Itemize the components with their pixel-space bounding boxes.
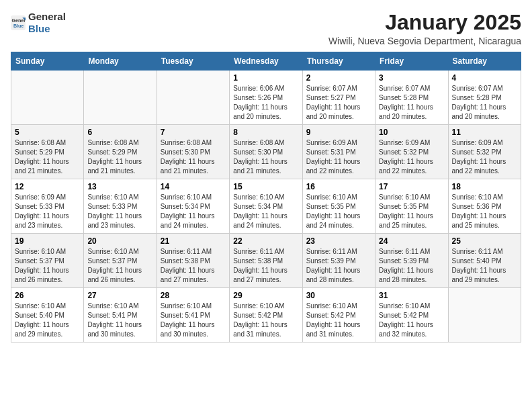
calendar-week-row: 1Sunrise: 6:06 AMSunset: 5:26 PMDaylight… — [11, 71, 521, 125]
calendar-day-cell: 8Sunrise: 6:08 AMSunset: 5:30 PMDaylight… — [230, 125, 302, 179]
weekday-header-saturday: Saturday — [448, 52, 521, 71]
day-info: Sunrise: 6:10 AMSunset: 5:34 PMDaylight:… — [161, 193, 226, 230]
day-info: Sunrise: 6:10 AMSunset: 5:37 PMDaylight:… — [15, 247, 80, 285]
day-info: Sunrise: 6:10 AMSunset: 5:36 PMDaylight:… — [452, 193, 517, 230]
day-info: Sunrise: 6:08 AMSunset: 5:29 PMDaylight:… — [15, 138, 80, 176]
day-info: Sunrise: 6:10 AMSunset: 5:37 PMDaylight:… — [87, 247, 152, 285]
day-number: 19 — [15, 236, 80, 246]
calendar-day-cell: 19Sunrise: 6:10 AMSunset: 5:37 PMDayligh… — [11, 234, 84, 288]
calendar-day-cell: 30Sunrise: 6:10 AMSunset: 5:42 PMDayligh… — [302, 288, 375, 342]
calendar-day-cell: 24Sunrise: 6:11 AMSunset: 5:39 PMDayligh… — [375, 234, 448, 288]
day-info: Sunrise: 6:10 AMSunset: 5:34 PMDaylight:… — [233, 193, 298, 230]
calendar-day-cell: 23Sunrise: 6:11 AMSunset: 5:39 PMDayligh… — [302, 234, 375, 288]
day-info: Sunrise: 6:10 AMSunset: 5:35 PMDaylight:… — [306, 193, 371, 230]
calendar-day-cell: 4Sunrise: 6:07 AMSunset: 5:28 PMDaylight… — [448, 71, 521, 125]
day-number: 8 — [233, 128, 298, 137]
calendar-day-cell: 31Sunrise: 6:10 AMSunset: 5:42 PMDayligh… — [375, 288, 448, 342]
day-number: 11 — [452, 128, 517, 137]
day-number: 31 — [379, 291, 444, 300]
weekday-header-thursday: Thursday — [302, 52, 375, 71]
day-number: 6 — [87, 128, 152, 137]
day-info: Sunrise: 6:11 AMSunset: 5:39 PMDaylight:… — [306, 247, 371, 285]
calendar-day-cell: 11Sunrise: 6:09 AMSunset: 5:32 PMDayligh… — [448, 125, 521, 179]
calendar-table: SundayMondayTuesdayWednesdayThursdayFrid… — [11, 52, 521, 342]
calendar-day-cell: 10Sunrise: 6:09 AMSunset: 5:32 PMDayligh… — [375, 125, 448, 179]
day-number: 27 — [87, 291, 152, 300]
month-title: January 2025 — [328, 11, 521, 34]
day-number: 28 — [161, 291, 226, 300]
day-info: Sunrise: 6:10 AMSunset: 5:42 PMDaylight:… — [379, 302, 444, 339]
day-number: 7 — [161, 128, 226, 137]
calendar-day-cell: 9Sunrise: 6:09 AMSunset: 5:31 PMDaylight… — [302, 125, 375, 179]
svg-text:Blue: Blue — [13, 24, 24, 28]
day-number: 3 — [379, 73, 444, 83]
location-subtitle: Wiwili, Nueva Segovia Department, Nicara… — [328, 36, 521, 46]
weekday-header-row: SundayMondayTuesdayWednesdayThursdayFrid… — [11, 52, 521, 71]
day-number: 2 — [306, 73, 371, 83]
day-number: 15 — [233, 182, 298, 191]
calendar-day-cell — [157, 71, 229, 125]
calendar-day-cell: 2Sunrise: 6:07 AMSunset: 5:27 PMDaylight… — [302, 71, 375, 125]
calendar-week-row: 5Sunrise: 6:08 AMSunset: 5:29 PMDaylight… — [11, 125, 521, 179]
calendar-day-cell: 12Sunrise: 6:09 AMSunset: 5:33 PMDayligh… — [11, 179, 84, 234]
day-info: Sunrise: 6:07 AMSunset: 5:27 PMDaylight:… — [306, 84, 371, 122]
calendar-day-cell: 7Sunrise: 6:08 AMSunset: 5:30 PMDaylight… — [157, 125, 229, 179]
day-number: 5 — [15, 128, 80, 137]
weekday-header-sunday: Sunday — [11, 52, 84, 71]
day-info: Sunrise: 6:09 AMSunset: 5:31 PMDaylight:… — [306, 138, 371, 176]
day-number: 25 — [452, 236, 517, 246]
day-info: Sunrise: 6:10 AMSunset: 5:40 PMDaylight:… — [15, 302, 80, 339]
day-number: 13 — [87, 182, 152, 191]
day-info: Sunrise: 6:11 AMSunset: 5:38 PMDaylight:… — [161, 247, 226, 285]
svg-text:General: General — [12, 18, 26, 23]
day-info: Sunrise: 6:09 AMSunset: 5:32 PMDaylight:… — [452, 138, 517, 176]
day-number: 17 — [379, 182, 444, 191]
weekday-header-tuesday: Tuesday — [157, 52, 229, 71]
calendar-day-cell: 20Sunrise: 6:10 AMSunset: 5:37 PMDayligh… — [84, 234, 157, 288]
calendar-day-cell: 18Sunrise: 6:10 AMSunset: 5:36 PMDayligh… — [448, 179, 521, 234]
calendar-day-cell: 14Sunrise: 6:10 AMSunset: 5:34 PMDayligh… — [157, 179, 229, 234]
logo-icon: General Blue — [11, 15, 26, 30]
day-info: Sunrise: 6:08 AMSunset: 5:29 PMDaylight:… — [87, 138, 152, 176]
calendar-day-cell — [11, 71, 84, 125]
day-number: 1 — [233, 73, 298, 83]
day-number: 14 — [161, 182, 226, 191]
weekday-header-wednesday: Wednesday — [230, 52, 302, 71]
day-number: 29 — [233, 291, 298, 300]
day-number: 4 — [452, 73, 517, 83]
calendar-day-cell: 27Sunrise: 6:10 AMSunset: 5:41 PMDayligh… — [84, 288, 157, 342]
calendar-week-row: 12Sunrise: 6:09 AMSunset: 5:33 PMDayligh… — [11, 179, 521, 234]
day-info: Sunrise: 6:06 AMSunset: 5:26 PMDaylight:… — [233, 84, 298, 122]
page-header: General Blue General Blue January 2025 W… — [11, 11, 521, 46]
calendar-day-cell: 6Sunrise: 6:08 AMSunset: 5:29 PMDaylight… — [84, 125, 157, 179]
calendar-day-cell: 1Sunrise: 6:06 AMSunset: 5:26 PMDaylight… — [230, 71, 302, 125]
day-info: Sunrise: 6:07 AMSunset: 5:28 PMDaylight:… — [379, 84, 444, 122]
day-number: 10 — [379, 128, 444, 137]
weekday-header-friday: Friday — [375, 52, 448, 71]
day-info: Sunrise: 6:09 AMSunset: 5:33 PMDaylight:… — [15, 193, 80, 230]
day-number: 22 — [233, 236, 298, 246]
day-info: Sunrise: 6:09 AMSunset: 5:32 PMDaylight:… — [379, 138, 444, 176]
day-number: 9 — [306, 128, 371, 137]
logo: General Blue General Blue — [11, 11, 66, 35]
day-number: 20 — [87, 236, 152, 246]
calendar-day-cell: 17Sunrise: 6:10 AMSunset: 5:35 PMDayligh… — [375, 179, 448, 234]
calendar-day-cell — [84, 71, 157, 125]
calendar-day-cell: 29Sunrise: 6:10 AMSunset: 5:42 PMDayligh… — [230, 288, 302, 342]
day-info: Sunrise: 6:08 AMSunset: 5:30 PMDaylight:… — [233, 138, 298, 176]
day-number: 21 — [161, 236, 226, 246]
day-number: 26 — [15, 291, 80, 300]
day-info: Sunrise: 6:10 AMSunset: 5:33 PMDaylight:… — [87, 193, 152, 230]
title-area: January 2025 Wiwili, Nueva Segovia Depar… — [328, 11, 521, 46]
day-number: 12 — [15, 182, 80, 191]
day-number: 23 — [306, 236, 371, 246]
calendar-day-cell: 21Sunrise: 6:11 AMSunset: 5:38 PMDayligh… — [157, 234, 229, 288]
day-info: Sunrise: 6:10 AMSunset: 5:41 PMDaylight:… — [161, 302, 226, 339]
calendar-day-cell: 13Sunrise: 6:10 AMSunset: 5:33 PMDayligh… — [84, 179, 157, 234]
day-info: Sunrise: 6:08 AMSunset: 5:30 PMDaylight:… — [161, 138, 226, 176]
calendar-week-row: 26Sunrise: 6:10 AMSunset: 5:40 PMDayligh… — [11, 288, 521, 342]
calendar-day-cell: 26Sunrise: 6:10 AMSunset: 5:40 PMDayligh… — [11, 288, 84, 342]
calendar-day-cell — [448, 288, 521, 342]
calendar-day-cell: 3Sunrise: 6:07 AMSunset: 5:28 PMDaylight… — [375, 71, 448, 125]
day-number: 16 — [306, 182, 371, 191]
